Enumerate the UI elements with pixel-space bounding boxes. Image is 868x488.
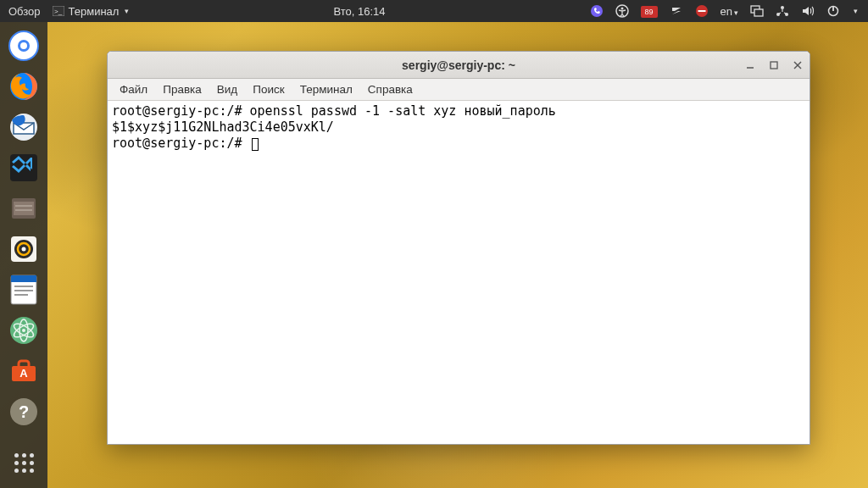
dock: A ?	[0, 22, 47, 488]
svg-point-9	[781, 6, 784, 9]
no-entry-icon[interactable]	[695, 4, 709, 18]
svg-rect-44	[771, 62, 777, 69]
svg-point-2	[591, 5, 603, 17]
clock[interactable]: Вто, 16:14	[129, 5, 589, 18]
menu-edit[interactable]: Правка	[156, 80, 209, 98]
svg-rect-23	[15, 205, 32, 207]
chevron-down-icon: ▾	[854, 7, 858, 15]
terminal-output[interactable]: root@sergiy-pc:/# openssl passwd -1 -sal…	[108, 101, 810, 444]
dock-files[interactable]	[7, 191, 41, 225]
minimize-button[interactable]	[743, 58, 757, 72]
dock-firefox[interactable]	[7, 69, 41, 103]
power-icon[interactable]	[826, 4, 840, 18]
svg-rect-6	[698, 10, 705, 12]
svg-point-28	[22, 247, 26, 252]
menu-help[interactable]: Справка	[361, 80, 420, 98]
menu-view[interactable]: Вид	[210, 80, 244, 98]
app-menu[interactable]: >_ Терминал ▾	[53, 5, 130, 18]
svg-text:A: A	[19, 367, 28, 380]
terminal-icon: >_	[53, 6, 64, 16]
accessibility-icon[interactable]	[615, 4, 629, 18]
activities-button[interactable]: Обзор	[8, 5, 41, 18]
maximize-button[interactable]	[767, 58, 781, 72]
dock-atom[interactable]	[7, 313, 41, 347]
command-text: openssl passwd -1 -salt xyz новый_пароль	[250, 103, 556, 119]
dock-thunderbird[interactable]	[7, 110, 41, 144]
svg-point-17	[20, 42, 27, 49]
prompt: root@sergiy-pc:/#	[112, 136, 250, 151]
prompt: root@sergiy-pc:/#	[112, 103, 250, 119]
dock-help[interactable]: ?	[7, 395, 41, 429]
dock-chromium[interactable]	[7, 29, 41, 63]
titlebar[interactable]: sergiy@sergiy-pc: ~	[108, 52, 810, 79]
app-menu-label: Терминал	[69, 5, 120, 18]
window-title: sergiy@sergiy-pc: ~	[108, 58, 810, 72]
svg-text:>_: >_	[54, 8, 63, 15]
svg-rect-33	[14, 294, 28, 296]
svg-text:?: ?	[19, 402, 29, 421]
dock-writer[interactable]	[7, 273, 41, 307]
dock-media[interactable]	[7, 232, 41, 266]
svg-rect-22	[14, 202, 34, 215]
show-applications[interactable]	[7, 446, 41, 480]
status-area: 89 en▾ ▾	[590, 4, 868, 18]
network-icon[interactable]	[776, 5, 789, 17]
svg-rect-24	[15, 209, 32, 211]
menu-search[interactable]: Поиск	[246, 80, 291, 98]
dock-software[interactable]: A	[7, 354, 41, 388]
window-controls	[743, 58, 804, 72]
svg-rect-32	[14, 290, 33, 291]
svg-rect-8	[754, 9, 763, 16]
cursor-icon	[252, 138, 259, 151]
terminal-window: sergiy@sergiy-pc: ~ Файл Правка Вид Поис…	[107, 51, 810, 445]
svg-rect-31	[14, 286, 33, 287]
apps-grid-icon	[14, 453, 34, 473]
viber-icon[interactable]	[590, 4, 604, 18]
menu-file[interactable]: Файл	[113, 80, 154, 98]
output-line: $1$xyz$j11G2NLhad3Ci4e05vxKl/	[112, 119, 334, 135]
screen-icon[interactable]	[750, 5, 764, 17]
volume-icon[interactable]	[801, 5, 815, 17]
svg-point-38	[22, 329, 25, 332]
menubar: Файл Правка Вид Поиск Терминал Справка	[108, 79, 810, 101]
top-bar: Обзор >_ Терминал ▾ Вто, 16:14 89 en▾	[0, 0, 868, 22]
svg-rect-30	[11, 275, 36, 282]
menu-terminal[interactable]: Терминал	[293, 80, 359, 98]
dock-vscode[interactable]	[7, 151, 41, 185]
close-button[interactable]	[791, 58, 804, 72]
keyboard-layout[interactable]: en▾	[721, 5, 738, 18]
zorin-icon[interactable]	[670, 4, 683, 18]
svg-point-4	[620, 8, 623, 10]
update-badge[interactable]: 89	[641, 4, 658, 18]
